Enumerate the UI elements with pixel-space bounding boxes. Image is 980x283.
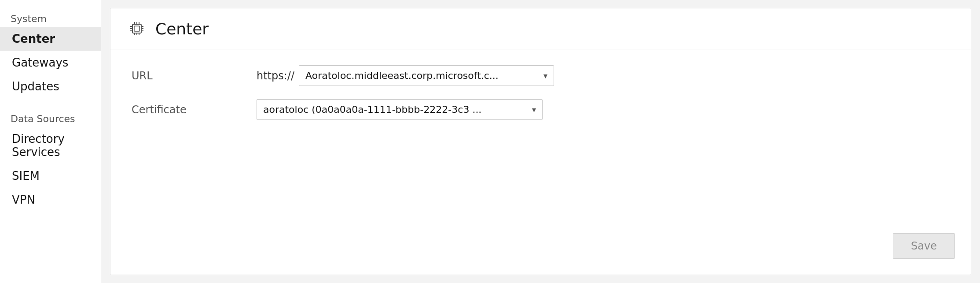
save-button[interactable]: Save xyxy=(893,233,955,259)
url-prefix: https:// xyxy=(257,70,294,82)
chevron-down-icon: ▾ xyxy=(543,71,547,80)
sidebar-item-center[interactable]: Center xyxy=(0,27,101,51)
sidebar-divider xyxy=(0,98,101,109)
svg-rect-0 xyxy=(132,24,141,33)
chip-icon xyxy=(126,18,147,39)
certificate-dropdown-value: aoratoloc (0a0a0a0a-1111-bbbb-2222-3c3 .… xyxy=(263,104,527,115)
svg-rect-1 xyxy=(134,26,139,31)
sidebar-item-directory-services[interactable]: Directory Services xyxy=(0,127,101,164)
data-sources-section-label: Data Sources xyxy=(0,109,101,127)
chevron-down-icon: ▾ xyxy=(532,105,536,114)
certificate-label: Certificate xyxy=(132,104,246,116)
sidebar-item-updates[interactable]: Updates xyxy=(0,74,101,98)
url-group: https:// Aoratoloc.middleeast.corp.micro… xyxy=(257,65,554,86)
save-button-wrapper: Save xyxy=(893,233,955,259)
certificate-dropdown[interactable]: aoratoloc (0a0a0a0a-1111-bbbb-2222-3c3 .… xyxy=(257,99,543,120)
url-dropdown[interactable]: Aoratoloc.middleeast.corp.microsoft.c...… xyxy=(299,65,554,86)
url-label: URL xyxy=(132,70,246,82)
card-header: Center xyxy=(110,8,971,49)
sidebar-item-siem[interactable]: SIEM xyxy=(0,164,101,188)
content-card: Center URL https:// Aoratoloc.middleeast… xyxy=(110,8,971,275)
system-section-label: System xyxy=(0,9,101,27)
certificate-row: Certificate aoratoloc (0a0a0a0a-1111-bbb… xyxy=(132,99,950,120)
sidebar: System Center Gateways Updates Data Sour… xyxy=(0,0,101,283)
sidebar-item-gateways[interactable]: Gateways xyxy=(0,51,101,74)
sidebar-item-vpn[interactable]: VPN xyxy=(0,188,101,212)
url-dropdown-value: Aoratoloc.middleeast.corp.microsoft.c... xyxy=(305,70,538,81)
url-row: URL https:// Aoratoloc.middleeast.corp.m… xyxy=(132,65,950,86)
main-content: Center URL https:// Aoratoloc.middleeast… xyxy=(101,0,980,283)
card-body: URL https:// Aoratoloc.middleeast.corp.m… xyxy=(110,49,971,275)
page-title: Center xyxy=(155,20,209,38)
